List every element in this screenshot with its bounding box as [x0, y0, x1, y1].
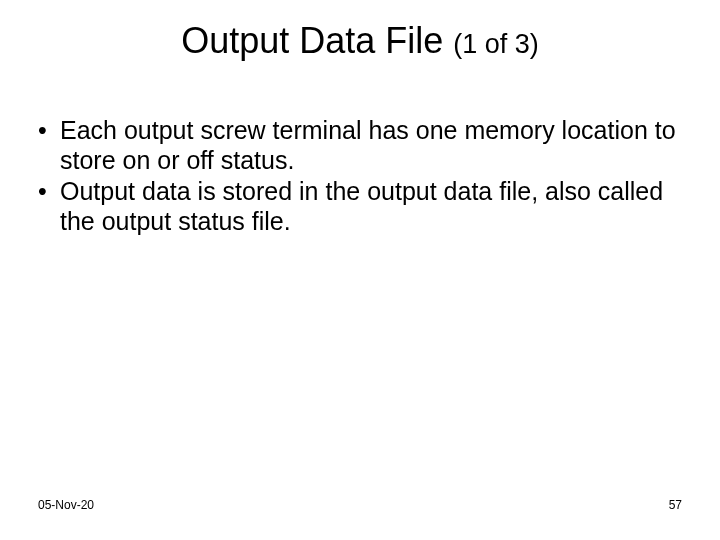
title-main: Output Data File	[181, 20, 443, 61]
bullet-text: Each output screw terminal has one memor…	[60, 116, 682, 175]
bullet-icon: •	[38, 177, 60, 236]
footer-date: 05-Nov-20	[38, 498, 94, 512]
title-part: (1 of 3)	[453, 29, 539, 59]
bullet-text: Output data is stored in the output data…	[60, 177, 682, 236]
list-item: • Each output screw terminal has one mem…	[38, 116, 682, 175]
slide: Output Data File (1 of 3) • Each output …	[0, 0, 720, 540]
bullet-icon: •	[38, 116, 60, 175]
list-item: • Output data is stored in the output da…	[38, 177, 682, 236]
slide-title: Output Data File (1 of 3)	[0, 20, 720, 62]
slide-body: • Each output screw terminal has one mem…	[38, 116, 682, 238]
footer-page-number: 57	[669, 498, 682, 512]
